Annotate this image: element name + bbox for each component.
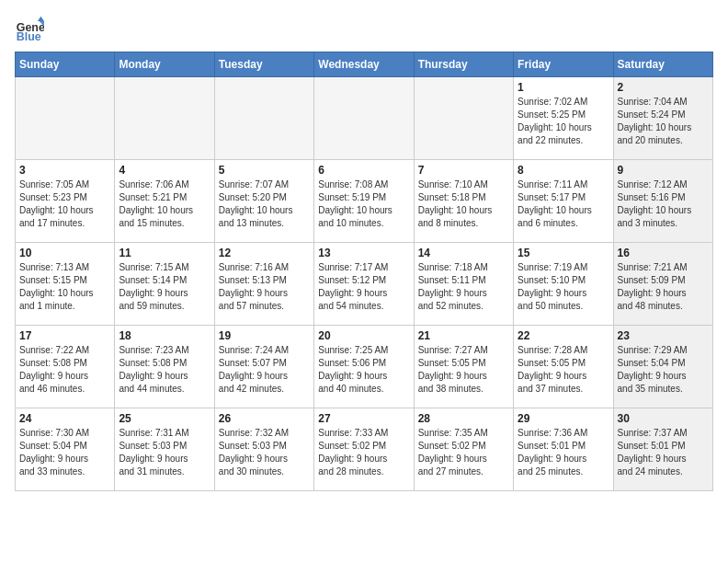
weekday-header-wednesday: Wednesday — [314, 52, 414, 77]
day-number: 4 — [119, 164, 210, 177]
svg-marker-2 — [38, 17, 44, 21]
calendar-cell: 16Sunrise: 7:21 AM Sunset: 5:09 PM Dayli… — [613, 243, 712, 326]
day-number: 13 — [318, 247, 409, 259]
day-info: Sunrise: 7:36 AM Sunset: 5:01 PM Dayligh… — [518, 427, 609, 478]
day-info: Sunrise: 7:15 AM Sunset: 5:14 PM Dayligh… — [119, 261, 210, 313]
calendar-cell: 20Sunrise: 7:25 AM Sunset: 5:06 PM Dayli… — [314, 326, 414, 408]
calendar-cell — [314, 77, 414, 160]
day-number: 30 — [618, 412, 709, 425]
day-info: Sunrise: 7:30 AM Sunset: 5:04 PM Dayligh… — [19, 427, 110, 478]
page-header: General Blue — [15, 15, 713, 44]
calendar-cell: 30Sunrise: 7:37 AM Sunset: 5:01 PM Dayli… — [613, 408, 712, 491]
calendar-cell: 28Sunrise: 7:35 AM Sunset: 5:02 PM Dayli… — [414, 408, 513, 491]
day-info: Sunrise: 7:08 AM Sunset: 5:19 PM Dayligh… — [318, 178, 409, 230]
weekday-header-friday: Friday — [514, 52, 613, 77]
day-info: Sunrise: 7:21 AM Sunset: 5:09 PM Dayligh… — [618, 261, 709, 313]
day-info: Sunrise: 7:05 AM Sunset: 5:23 PM Dayligh… — [19, 178, 110, 230]
day-number: 28 — [418, 412, 509, 425]
calendar-cell: 24Sunrise: 7:30 AM Sunset: 5:04 PM Dayli… — [16, 408, 115, 491]
day-info: Sunrise: 7:16 AM Sunset: 5:13 PM Dayligh… — [219, 261, 310, 313]
day-info: Sunrise: 7:22 AM Sunset: 5:08 PM Dayligh… — [19, 344, 110, 396]
calendar-cell: 7Sunrise: 7:10 AM Sunset: 5:18 PM Daylig… — [414, 160, 513, 243]
day-number: 2 — [618, 81, 709, 94]
calendar-cell: 21Sunrise: 7:27 AM Sunset: 5:05 PM Dayli… — [414, 326, 513, 408]
day-number: 7 — [418, 164, 509, 177]
day-number: 21 — [418, 329, 509, 342]
day-number: 6 — [318, 164, 409, 177]
day-number: 8 — [518, 164, 609, 177]
day-info: Sunrise: 7:31 AM Sunset: 5:03 PM Dayligh… — [119, 427, 210, 478]
day-info: Sunrise: 7:06 AM Sunset: 5:21 PM Dayligh… — [119, 178, 210, 230]
calendar-cell: 15Sunrise: 7:19 AM Sunset: 5:10 PM Dayli… — [514, 243, 613, 326]
calendar-cell: 23Sunrise: 7:29 AM Sunset: 5:04 PM Dayli… — [613, 326, 712, 408]
day-info: Sunrise: 7:25 AM Sunset: 5:06 PM Dayligh… — [318, 344, 409, 396]
calendar-cell: 6Sunrise: 7:08 AM Sunset: 5:19 PM Daylig… — [314, 160, 414, 243]
day-number: 12 — [219, 247, 310, 259]
day-number: 16 — [618, 247, 709, 259]
weekday-header-thursday: Thursday — [414, 52, 513, 77]
day-info: Sunrise: 7:32 AM Sunset: 5:03 PM Dayligh… — [219, 427, 310, 478]
day-info: Sunrise: 7:37 AM Sunset: 5:01 PM Dayligh… — [618, 427, 709, 478]
calendar-cell: 9Sunrise: 7:12 AM Sunset: 5:16 PM Daylig… — [613, 160, 712, 243]
day-info: Sunrise: 7:04 AM Sunset: 5:24 PM Dayligh… — [618, 96, 709, 147]
calendar-cell: 17Sunrise: 7:22 AM Sunset: 5:08 PM Dayli… — [16, 326, 115, 408]
calendar-cell: 4Sunrise: 7:06 AM Sunset: 5:21 PM Daylig… — [115, 160, 214, 243]
calendar-cell — [414, 77, 513, 160]
day-info: Sunrise: 7:33 AM Sunset: 5:02 PM Dayligh… — [318, 427, 409, 478]
calendar-cell: 14Sunrise: 7:18 AM Sunset: 5:11 PM Dayli… — [414, 243, 513, 326]
day-number: 19 — [219, 329, 310, 342]
calendar-cell: 8Sunrise: 7:11 AM Sunset: 5:17 PM Daylig… — [514, 160, 613, 243]
day-info: Sunrise: 7:02 AM Sunset: 5:25 PM Dayligh… — [518, 96, 609, 147]
day-number: 20 — [318, 329, 409, 342]
day-number: 17 — [19, 329, 110, 342]
day-number: 5 — [219, 164, 310, 177]
day-info: Sunrise: 7:23 AM Sunset: 5:08 PM Dayligh… — [119, 344, 210, 396]
day-info: Sunrise: 7:12 AM Sunset: 5:16 PM Dayligh… — [618, 178, 709, 230]
day-info: Sunrise: 7:07 AM Sunset: 5:20 PM Dayligh… — [219, 178, 310, 230]
day-number: 25 — [119, 412, 210, 425]
day-number: 11 — [119, 247, 210, 259]
svg-text:Blue: Blue — [17, 30, 41, 43]
day-number: 14 — [418, 247, 509, 259]
day-number: 22 — [518, 329, 609, 342]
day-number: 9 — [618, 164, 709, 177]
calendar-cell: 5Sunrise: 7:07 AM Sunset: 5:20 PM Daylig… — [214, 160, 313, 243]
day-info: Sunrise: 7:17 AM Sunset: 5:12 PM Dayligh… — [318, 261, 409, 313]
weekday-header-sunday: Sunday — [16, 52, 115, 77]
logo: General Blue — [15, 15, 48, 44]
calendar-cell — [16, 77, 115, 160]
day-info: Sunrise: 7:19 AM Sunset: 5:10 PM Dayligh… — [518, 261, 609, 313]
day-number: 29 — [518, 412, 609, 425]
calendar-cell: 18Sunrise: 7:23 AM Sunset: 5:08 PM Dayli… — [115, 326, 214, 408]
day-info: Sunrise: 7:27 AM Sunset: 5:05 PM Dayligh… — [418, 344, 509, 396]
day-number: 3 — [19, 164, 110, 177]
calendar-cell — [115, 77, 214, 160]
day-number: 10 — [19, 247, 110, 259]
day-info: Sunrise: 7:35 AM Sunset: 5:02 PM Dayligh… — [418, 427, 509, 478]
day-number: 1 — [518, 81, 609, 94]
calendar-cell: 11Sunrise: 7:15 AM Sunset: 5:14 PM Dayli… — [115, 243, 214, 326]
calendar-cell: 22Sunrise: 7:28 AM Sunset: 5:05 PM Dayli… — [514, 326, 613, 408]
calendar-cell — [214, 77, 313, 160]
calendar-cell: 2Sunrise: 7:04 AM Sunset: 5:24 PM Daylig… — [613, 77, 712, 160]
calendar-cell: 27Sunrise: 7:33 AM Sunset: 5:02 PM Dayli… — [314, 408, 414, 491]
day-info: Sunrise: 7:13 AM Sunset: 5:15 PM Dayligh… — [19, 261, 110, 313]
day-info: Sunrise: 7:11 AM Sunset: 5:17 PM Dayligh… — [518, 178, 609, 230]
calendar-cell: 1Sunrise: 7:02 AM Sunset: 5:25 PM Daylig… — [514, 77, 613, 160]
calendar-cell: 29Sunrise: 7:36 AM Sunset: 5:01 PM Dayli… — [514, 408, 613, 491]
calendar-table: SundayMondayTuesdayWednesdayThursdayFrid… — [15, 52, 713, 491]
logo-icon: General Blue — [15, 15, 44, 44]
day-number: 18 — [119, 329, 210, 342]
day-number: 24 — [19, 412, 110, 425]
weekday-header-monday: Monday — [115, 52, 214, 77]
day-info: Sunrise: 7:24 AM Sunset: 5:07 PM Dayligh… — [219, 344, 310, 396]
day-info: Sunrise: 7:10 AM Sunset: 5:18 PM Dayligh… — [418, 178, 509, 230]
day-number: 15 — [518, 247, 609, 259]
calendar-cell: 25Sunrise: 7:31 AM Sunset: 5:03 PM Dayli… — [115, 408, 214, 491]
day-number: 27 — [318, 412, 409, 425]
day-number: 26 — [219, 412, 310, 425]
calendar-cell: 10Sunrise: 7:13 AM Sunset: 5:15 PM Dayli… — [16, 243, 115, 326]
calendar-cell: 19Sunrise: 7:24 AM Sunset: 5:07 PM Dayli… — [214, 326, 313, 408]
day-info: Sunrise: 7:28 AM Sunset: 5:05 PM Dayligh… — [518, 344, 609, 396]
day-number: 23 — [618, 329, 709, 342]
